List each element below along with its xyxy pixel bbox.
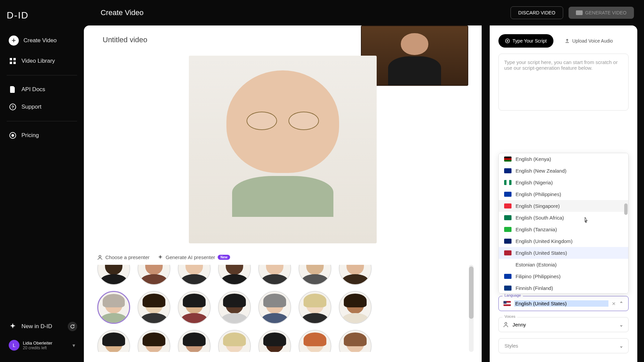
new-badge: New <box>218 255 230 260</box>
option-label: English (Tanzania) <box>516 227 557 232</box>
avatar-option[interactable] <box>178 265 211 285</box>
svg-point-8 <box>99 255 101 257</box>
avatar-option[interactable] <box>299 330 331 352</box>
generate-ai-presenter-button[interactable]: Generate AI presenter New <box>158 254 230 260</box>
user-menu[interactable]: L Lidia Oberleiter 20 credits left ▾ <box>3 335 80 355</box>
nav-label: New in D-ID <box>21 323 52 330</box>
nav-pricing[interactable]: Pricing <box>3 127 80 144</box>
avatar-option[interactable] <box>138 291 170 324</box>
sparkle-icon <box>158 255 163 260</box>
styles-field[interactable]: Styles ⌄ <box>498 338 629 353</box>
language-option[interactable]: English (Tanzania) <box>499 224 628 235</box>
language-option[interactable]: English (Philippines) <box>499 188 628 200</box>
avatar-option[interactable] <box>178 330 211 352</box>
option-label: English (United States) <box>516 250 567 256</box>
avatar-option[interactable] <box>299 265 331 285</box>
topbar: Create Video DISCARD VIDEO GENERATE VIDE… <box>84 0 644 25</box>
svg-rect-2 <box>10 62 12 64</box>
presenter-preview <box>97 51 468 248</box>
language-option[interactable]: English (New Zealand) <box>499 165 628 177</box>
language-option[interactable]: Estonian (Estonia) <box>499 259 628 270</box>
nav-label: Video Library <box>21 58 55 64</box>
flag-icon <box>504 192 512 197</box>
avatar-option[interactable] <box>258 330 291 352</box>
field-label: Language <box>502 293 523 297</box>
selected-value: English (United States) <box>514 300 608 307</box>
page-title: Create Video <box>94 8 505 17</box>
nav-api-docs[interactable]: API Docs <box>3 81 80 98</box>
flag-icon <box>504 227 512 232</box>
sparkle-icon <box>9 322 17 330</box>
language-option[interactable]: English (United Kingdom) <box>499 235 628 247</box>
chevron-down-icon[interactable]: ⌄ <box>619 343 624 349</box>
avatar-grid <box>97 265 468 352</box>
scrollbar[interactable] <box>469 265 474 352</box>
scrollbar[interactable] <box>624 153 628 293</box>
avatar-option[interactable] <box>97 330 130 352</box>
svg-point-10 <box>505 322 507 324</box>
language-option[interactable]: English (Singapore) <box>499 200 628 212</box>
nav-support[interactable]: ? Support <box>3 98 80 116</box>
voices-field[interactable]: Voices Jenny ⌄ <box>498 317 629 332</box>
tab-upload-audio[interactable]: Upload Voice Audio <box>558 34 620 48</box>
language-dropdown[interactable]: English (Kenya)English (New Zealand)Engl… <box>498 153 629 294</box>
flag-icon <box>504 250 512 255</box>
avatar-option[interactable] <box>218 291 251 324</box>
nav-create-video[interactable]: + Create Video <box>3 31 80 50</box>
main: Create Video DISCARD VIDEO GENERATE VIDE… <box>84 0 644 362</box>
language-option[interactable]: Filipino (Philippines) <box>499 270 628 282</box>
workspace: Untitled video <box>84 25 644 362</box>
chevron-down-icon: ▾ <box>72 342 75 349</box>
language-option[interactable]: Finnish (Finland) <box>499 282 628 294</box>
nav-video-library[interactable]: Video Library <box>3 52 80 70</box>
chevron-down-icon[interactable]: ⌄ <box>619 322 624 328</box>
nav-label: API Docs <box>21 86 45 93</box>
refresh-icon[interactable] <box>68 322 77 331</box>
choose-presenter-button[interactable]: Choose a presenter <box>97 254 150 260</box>
chevron-up-icon[interactable]: ⌃ <box>619 301 624 307</box>
divider <box>7 75 77 75</box>
user-name: Lidia Oberleiter <box>23 341 69 346</box>
help-icon: ? <box>9 103 17 111</box>
avatar-option[interactable] <box>97 291 130 324</box>
language-option[interactable]: English (United States) <box>499 247 628 259</box>
option-label: English (Singapore) <box>516 203 560 209</box>
clear-icon[interactable]: ✕ <box>612 301 616 306</box>
script-textarea[interactable]: Type your script here, you can start fro… <box>498 54 629 111</box>
option-label: Estonian (Estonia) <box>516 262 557 267</box>
avatar-option[interactable] <box>299 291 331 324</box>
avatar-option[interactable] <box>178 291 211 324</box>
flag-icon <box>503 301 511 306</box>
script-tabs: Type Your Script Upload Voice Audio <box>498 34 629 48</box>
video-icon <box>576 10 583 15</box>
avatar-option[interactable] <box>97 265 130 285</box>
avatar: L <box>9 340 19 351</box>
avatar-option[interactable] <box>218 330 251 352</box>
logo-text: D-ID <box>7 10 29 20</box>
language-field[interactable]: Language English (United States) ✕ ⌃ <box>498 296 629 311</box>
discard-button[interactable]: DISCARD VIDEO <box>511 6 563 19</box>
script-panel: Type Your Script Upload Voice Audio Type… <box>490 25 637 362</box>
avatar-option[interactable] <box>339 291 372 324</box>
sidebar: D-ID + Create Video Video Library API Do… <box>0 0 84 362</box>
svg-rect-3 <box>13 62 16 64</box>
avatar-option[interactable] <box>339 265 372 285</box>
nav-label: Create Video <box>23 37 57 44</box>
avatar-option[interactable] <box>258 291 291 324</box>
avatar-option[interactable] <box>258 265 291 285</box>
generate-button[interactable]: GENERATE VIDEO <box>569 7 634 19</box>
language-option[interactable]: English (Kenya) <box>499 153 628 165</box>
tab-type-script[interactable]: Type Your Script <box>498 34 553 48</box>
document-icon <box>9 85 17 94</box>
avatar-option[interactable] <box>218 265 251 285</box>
avatar-option[interactable] <box>138 330 170 352</box>
language-option[interactable]: English (South Africa) <box>499 212 628 224</box>
avatar-option[interactable] <box>138 265 170 285</box>
grid-icon <box>9 57 17 65</box>
language-option[interactable]: English (Nigeria) <box>499 177 628 188</box>
svg-rect-0 <box>10 58 12 60</box>
presenter-image <box>189 56 377 243</box>
option-label: English (Philippines) <box>516 191 561 197</box>
upload-icon <box>565 39 570 43</box>
avatar-option[interactable] <box>339 330 372 352</box>
